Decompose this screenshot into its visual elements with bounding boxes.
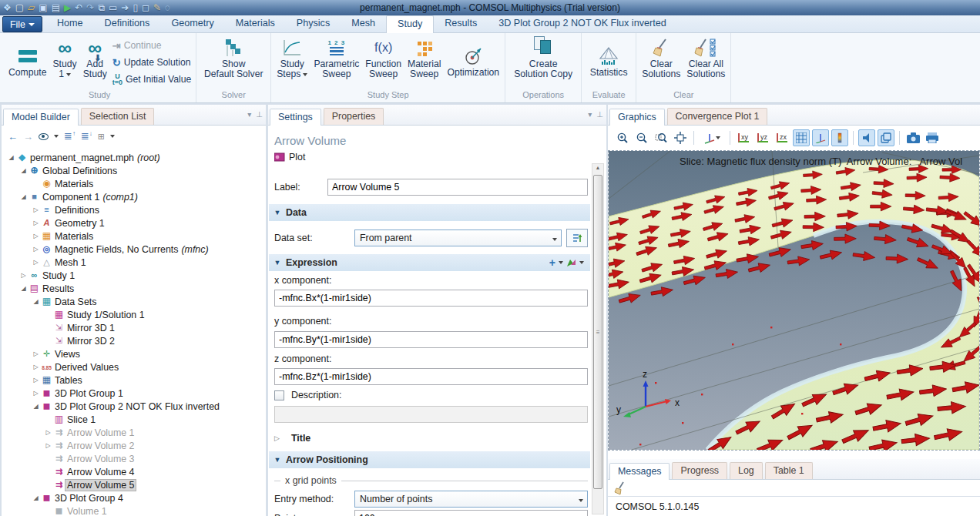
tab-table-1[interactable]: Table 1	[765, 462, 813, 479]
ribbon-tab-physics[interactable]: Physics	[286, 15, 341, 33]
study-steps-button[interactable]: Study Steps	[274, 35, 310, 87]
clear-all-solutions-button[interactable]: Clear All Solutions	[684, 35, 727, 87]
go-to-source-button[interactable]	[566, 229, 588, 247]
forward-icon[interactable]: ➔	[121, 3, 129, 12]
expression-section-header[interactable]: ▼ Expression +	[269, 254, 590, 271]
snapshot-button[interactable]	[904, 129, 921, 146]
tree-item-data-sets[interactable]: ◢Data Sets	[2, 295, 266, 308]
tab-messages[interactable]: Messages	[609, 463, 670, 480]
chevron-down-icon[interactable]	[110, 135, 115, 138]
show-options-icon[interactable]	[39, 131, 49, 142]
add-expression-icon[interactable]: +	[549, 256, 555, 269]
tree-item-study-1-solution-1[interactable]: Study 1/Solution 1	[2, 308, 266, 321]
ribbon-tab-home[interactable]: Home	[46, 15, 94, 33]
tree-expander-icon[interactable]: ▷	[31, 206, 41, 213]
tree-expander-icon[interactable]: ▷	[31, 364, 41, 370]
plot-button[interactable]: Plot	[274, 152, 588, 163]
tree-item-3d-plot-group-2-not-ok-flux-inverted[interactable]: ◢3D Plot Group 2 NOT OK Flux inverted	[2, 400, 266, 413]
graphics-canvas[interactable]: z x y Slice: Magnetic flux density norm …	[609, 151, 979, 450]
tree-item-3d-plot-group-1[interactable]: ▷3D Plot Group 1	[2, 387, 266, 400]
replace-expression-icon[interactable]	[566, 258, 576, 267]
y-component-input[interactable]	[274, 331, 588, 348]
save-icon[interactable]: ▣	[39, 3, 47, 12]
zoom-out-button[interactable]	[633, 129, 650, 146]
run-icon[interactable]: ▶	[64, 3, 71, 12]
data-section-header[interactable]: ▼ Data	[269, 204, 590, 221]
axis-orientation-toggle-button[interactable]	[812, 129, 829, 146]
settings-scrollbar[interactable]: ▲ ≡	[592, 163, 604, 514]
tab-properties[interactable]: Properties	[324, 108, 384, 125]
tab-selection-list[interactable]: Selection List	[81, 108, 155, 125]
copy-icon[interactable]: ⧉	[98, 3, 105, 12]
undo-icon[interactable]: ↶	[75, 3, 82, 12]
find-icon[interactable]: ◌	[165, 3, 170, 12]
tree-item-arrow-volume-4[interactable]: Arrow Volume 4	[2, 465, 266, 478]
print-button[interactable]	[924, 129, 941, 146]
tree-item-geometry-1[interactable]: ▷Geometry 1	[2, 216, 266, 230]
tree-item-arrow-volume-1[interactable]: ▷Arrow Volume 1	[2, 426, 266, 439]
tree-item-study-1[interactable]: ▷Study 1	[2, 269, 266, 282]
pin-icon[interactable]: ⊥	[596, 110, 603, 119]
save-as-icon[interactable]: ▤	[52, 3, 60, 12]
clear-solutions-button[interactable]: Clear Solutions	[639, 35, 683, 87]
view-zx-button[interactable]: zx	[774, 129, 790, 146]
z-component-input[interactable]	[274, 368, 588, 385]
tree-expander-icon[interactable]: ◢	[31, 494, 41, 501]
tree-item-materials[interactable]: Materials	[2, 177, 266, 190]
expand-all-icon[interactable]: ≣↓	[81, 130, 92, 142]
scene-settings-button[interactable]	[878, 129, 894, 146]
clear-messages-icon[interactable]	[614, 481, 626, 495]
tree-item-arrow-volume-2[interactable]: ▷Arrow Volume 2	[2, 439, 266, 452]
function-sweep-button[interactable]: f(x) Function Sweep	[363, 35, 404, 87]
tab-model-builder[interactable]: Model Builder	[3, 109, 79, 126]
tree-item-materials[interactable]: ▷Materials	[2, 230, 266, 243]
tree-item-arrow-volume-5[interactable]: Arrow Volume 5	[2, 478, 266, 491]
tab-graphics[interactable]: Graphics	[609, 109, 665, 126]
tree-item-global-definitions[interactable]: ◢Global Definitions	[2, 164, 266, 177]
parametric-sweep-button[interactable]: 1 2 3 Parametric Sweep	[311, 35, 361, 87]
view-yz-button[interactable]: yz	[754, 129, 771, 146]
get-initial-value-button[interactable]: Ut=0Get Initial Value	[111, 72, 193, 87]
scrollbar-thumb[interactable]: ≡	[593, 175, 602, 489]
pin-icon[interactable]: ⊥	[256, 110, 263, 119]
material-sweep-button[interactable]: Material Sweep	[405, 35, 443, 87]
tree-expander-icon[interactable]: ▷	[43, 429, 53, 436]
chevron-down-icon[interactable]	[559, 261, 563, 264]
tree-expander-icon[interactable]: ◢	[18, 285, 29, 292]
redo-icon[interactable]: ↷	[86, 3, 94, 12]
ribbon-tab-materials[interactable]: Materials	[225, 15, 286, 33]
x-component-input[interactable]	[274, 290, 588, 307]
view-xy-button[interactable]: xy	[735, 129, 752, 146]
entry-method-select[interactable]: Number of points	[354, 491, 588, 508]
tree-item-mirror-3d-1[interactable]: Mirror 3D 1	[2, 321, 266, 334]
tree-expander-icon[interactable]: ◢	[31, 403, 41, 410]
tree-expander-icon[interactable]: ◢	[31, 298, 41, 305]
tree-item-component-1[interactable]: ◢Component 1(comp1)	[2, 190, 266, 203]
tree-expander-icon[interactable]: ▷	[31, 246, 41, 253]
tree-expander-icon[interactable]: ▷	[31, 219, 41, 226]
ribbon-tab-results[interactable]: Results	[434, 15, 488, 33]
tab-settings[interactable]: Settings	[270, 109, 321, 126]
chevron-down-icon[interactable]	[579, 261, 584, 264]
delete-icon[interactable]: ▯	[133, 3, 138, 12]
scroll-up-icon[interactable]: ▲	[592, 165, 603, 175]
create-solution-copy-button[interactable]: Create Solution Copy	[508, 35, 578, 87]
brush-icon[interactable]: ✎	[153, 3, 161, 12]
statistics-button[interactable]: Statistics	[585, 35, 633, 87]
description-checkbox[interactable]	[274, 390, 284, 400]
label-input[interactable]	[327, 179, 588, 196]
tree-item-arrow-volume-3[interactable]: Arrow Volume 3	[2, 452, 266, 465]
model-tree-node-icon[interactable]: ⊞	[98, 132, 105, 142]
tree-item-mirror-3d-2[interactable]: Mirror 3D 2	[2, 334, 266, 347]
tree-item-permanent-magnet-mph[interactable]: ◢permanent_magnet.mph(root)	[2, 151, 266, 164]
select-icon[interactable]: ◻	[142, 3, 149, 12]
zoom-in-button[interactable]	[614, 129, 631, 146]
title-section-header[interactable]: ▷ Title	[274, 433, 588, 444]
zoom-extents-button[interactable]	[672, 129, 689, 146]
grid-toggle-button[interactable]	[793, 129, 810, 146]
tree-item-definitions[interactable]: ▷Definitions	[2, 203, 266, 216]
tree-item-magnetic-fields-no-currents[interactable]: ▷Magnetic Fields, No Currents(mfnc)	[2, 243, 266, 256]
panel-menu-icon[interactable]: ▾	[588, 110, 592, 119]
back-icon[interactable]: ←	[8, 131, 18, 142]
points-input[interactable]	[354, 510, 588, 516]
